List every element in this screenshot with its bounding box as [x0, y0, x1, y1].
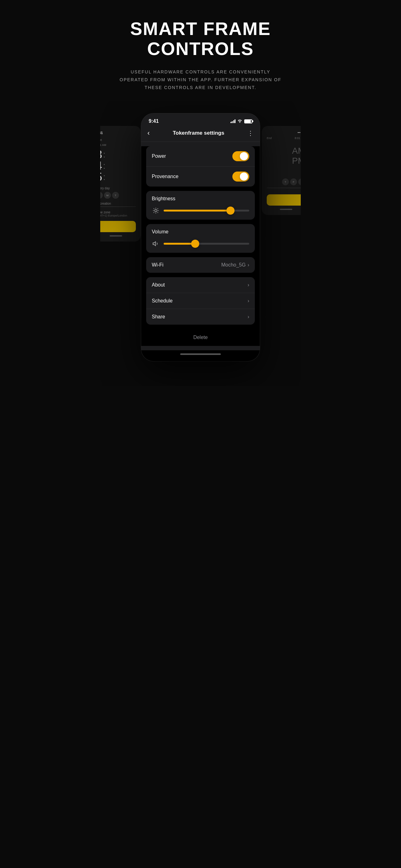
- about-chevron-icon: ›: [248, 282, 249, 288]
- ghost-h5: 5: [100, 172, 102, 183]
- hero-title: SMART FRAME CONTROLS: [110, 19, 291, 59]
- wifi-row[interactable]: Wi-Fi Mocho_5G ›: [146, 257, 255, 273]
- provenance-label: Provenance: [152, 174, 178, 179]
- about-row[interactable]: About ›: [146, 277, 255, 293]
- signal-icon: [231, 119, 236, 123]
- brightness-track[interactable]: [164, 210, 249, 212]
- more-button[interactable]: ⋮: [247, 129, 254, 137]
- ghost-day-t2: T: [282, 178, 289, 185]
- power-label: Power: [152, 153, 166, 159]
- brightness-section: Brightness: [146, 191, 255, 220]
- nav-title: Tokenframe settings: [173, 130, 224, 136]
- ghost-day-t: T: [112, 192, 119, 199]
- schedule-row[interactable]: Schedule ›: [146, 293, 255, 309]
- ghost-save-btn[interactable]: [100, 221, 136, 232]
- share-chevron-icon: ›: [248, 314, 249, 320]
- hero-subtitle: USEFUL HARDWARE CONTROLS ARE CONVENIENTL…: [119, 68, 282, 92]
- share-row[interactable]: Share ›: [146, 309, 255, 324]
- power-toggle-knob: [240, 152, 248, 160]
- brightness-slider-row: [152, 207, 249, 215]
- svg-line-4: [157, 212, 158, 213]
- toggle-section: Power Provenance: [146, 146, 255, 187]
- phone-scene: 9:41 Start 4:01 AM 3 : 4 : 5 : Every day…: [100, 101, 301, 386]
- ghost-right-save-btn[interactable]: [267, 194, 301, 206]
- battery-icon: [244, 119, 252, 123]
- volume-slider-row: [152, 240, 249, 248]
- settings-content: Power Provenance Brightness: [141, 146, 260, 346]
- svg-line-8: [157, 208, 158, 209]
- ghost-day-f: F: [290, 178, 297, 185]
- ghost-right-signal: ▪▪▪: [297, 131, 300, 134]
- ghost-end-time: 8:01 PM: [295, 136, 301, 140]
- provenance-toggle[interactable]: [232, 172, 249, 182]
- schedule-label: Schedule: [152, 298, 173, 304]
- volume-fill: [164, 243, 195, 245]
- power-toggle[interactable]: [232, 151, 249, 161]
- share-label: Share: [152, 314, 165, 320]
- svg-line-7: [154, 212, 154, 213]
- ghost-recreation: Recreation: [100, 202, 136, 205]
- status-icons: [231, 119, 253, 124]
- ghost-day-m: M: [104, 192, 111, 199]
- ghost-h3: 3: [100, 149, 102, 160]
- ghost-am: AM: [267, 146, 301, 156]
- schedule-chevron-icon: ›: [248, 298, 249, 304]
- brightness-fill: [164, 210, 231, 212]
- nav-bar: ‹ Tokenframe settings ⋮: [141, 127, 260, 142]
- ghost-right-divider: [267, 188, 301, 188]
- ghost-panel-left: 9:41 Start 4:01 AM 3 : 4 : 5 : Every day…: [100, 126, 141, 242]
- back-button[interactable]: ‹: [147, 129, 149, 137]
- brightness-title: Brightness: [152, 196, 249, 202]
- ghost-left-time: 9:41: [100, 131, 103, 135]
- brightness-icon: [152, 207, 160, 215]
- about-label: About: [152, 282, 165, 288]
- provenance-row: Provenance: [146, 166, 255, 187]
- svg-marker-9: [153, 242, 156, 246]
- ghost-every-day: Every day: [100, 187, 136, 190]
- delete-row[interactable]: Delete: [141, 329, 260, 346]
- home-bar: [180, 353, 221, 355]
- ghost-h4: 4: [100, 160, 102, 172]
- hero-section: SMART FRAME CONTROLS USEFUL HARDWARE CON…: [100, 0, 301, 101]
- volume-title: Volume: [152, 229, 249, 235]
- volume-icon: [152, 240, 160, 248]
- wifi-chevron-icon: ›: [248, 262, 249, 268]
- svg-line-3: [154, 208, 154, 209]
- ghost-start-label: Start: [100, 138, 102, 142]
- status-bar: 9:41: [141, 114, 260, 127]
- delete-label: Delete: [193, 335, 208, 340]
- wifi-status-icon: [237, 119, 242, 124]
- wifi-label: Wi-Fi: [152, 262, 163, 268]
- ghost-start-time: 4:01 AM: [100, 144, 136, 147]
- svg-point-0: [155, 209, 157, 212]
- wifi-value: Mocho_5G ›: [221, 262, 249, 268]
- wifi-section: Wi-Fi Mocho_5G ›: [146, 257, 255, 273]
- ghost-right-home-indicator: [280, 209, 292, 210]
- ghost-divider: [100, 207, 136, 207]
- wifi-network: Mocho_5G: [221, 262, 245, 268]
- brightness-thumb[interactable]: [226, 207, 235, 215]
- ghost-panel-right: ▪▪▪ 📶 End 8:01 PM AM PM T F S: [262, 126, 301, 215]
- menu-section: About › Schedule › Share ›: [146, 277, 255, 324]
- phone-mockup: 9:41 ‹ Tokenfr: [141, 114, 260, 361]
- ghost-tz-value: (GMT+1) Europe/London: [100, 214, 136, 217]
- ghost-day-s: S: [100, 192, 103, 199]
- ghost-end-label: End: [267, 136, 272, 140]
- provenance-toggle-knob: [240, 173, 248, 181]
- power-row: Power: [146, 146, 255, 166]
- status-time: 9:41: [149, 118, 159, 124]
- ghost-home-indicator: [110, 235, 122, 237]
- volume-section: Volume: [146, 224, 255, 253]
- ghost-pm: PM: [267, 156, 301, 166]
- ghost-day-s2: S: [298, 178, 301, 185]
- ghost-timezone-label: Time zone: [100, 211, 136, 214]
- volume-track[interactable]: [164, 243, 249, 245]
- home-indicator: [141, 350, 260, 361]
- volume-thumb[interactable]: [191, 240, 199, 248]
